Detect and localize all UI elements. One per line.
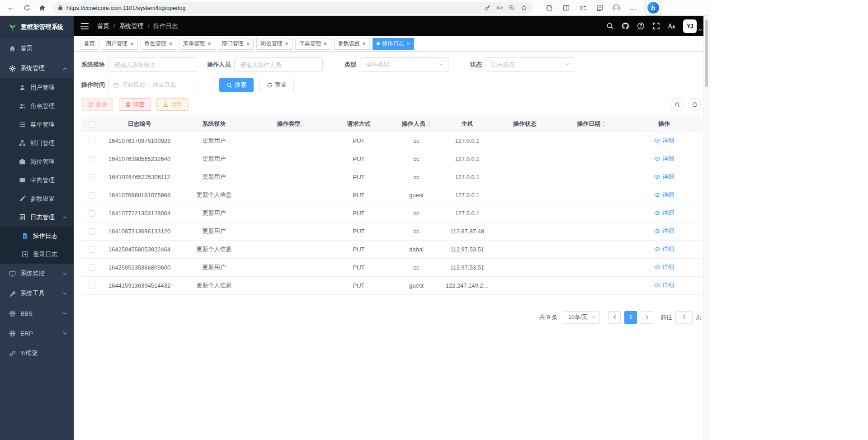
clear-button[interactable]: 清空 [119,98,151,111]
favorite-star-icon[interactable] [518,3,530,13]
question-icon[interactable] [637,22,645,30]
status-select[interactable]: 日志状态 [486,57,574,72]
column-header-4[interactable]: 操作人员 [392,116,441,132]
detail-link[interactable]: 详细 [654,245,674,253]
column-header-7[interactable]: 操作日期 [557,116,627,132]
select-all-checkbox[interactable] [89,121,95,128]
breadcrumb-system[interactable]: 系统管理 [119,22,144,30]
user-avatar[interactable]: YJ [683,19,703,33]
sidebar-item-0[interactable]: 首页 [0,38,74,58]
delete-button[interactable]: 删除 [81,98,113,111]
profile-avatar-icon[interactable] [609,1,623,14]
page-scrollbar[interactable] [703,16,709,440]
sidebar-item-6[interactable]: 岗位管理 [0,152,74,171]
detail-link[interactable]: 详细 [654,227,674,235]
close-icon[interactable]: × [208,41,211,47]
row-checkbox[interactable] [89,192,95,199]
tab-7[interactable]: 参数设置× [334,38,370,50]
prev-page-button[interactable] [608,311,621,324]
sidebar-item-12[interactable]: 系统监控 [0,264,74,284]
sort-caret-icon[interactable] [427,121,431,127]
row-checkbox[interactable] [89,156,95,162]
back-button[interactable]: ← [4,1,19,14]
fullscreen-icon[interactable] [652,22,660,30]
row-checkbox[interactable] [89,283,95,289]
detail-link[interactable]: 详细 [654,281,674,289]
refresh-table-icon[interactable] [688,98,701,111]
tab-6[interactable]: 字典管理× [295,38,331,50]
home-button[interactable] [34,1,50,14]
operator-input[interactable] [234,57,323,72]
page-size-select[interactable]: 10条/页 [564,311,600,324]
detail-link[interactable]: 详细 [654,263,674,271]
row-checkbox[interactable] [89,265,95,271]
sidebar-item-15[interactable]: ERP [0,323,74,343]
hamburger-icon[interactable] [81,22,90,30]
sidebar-item-9[interactable]: 日志管理 [0,208,74,227]
refresh-button[interactable] [19,1,34,14]
row-checkbox[interactable] [89,210,95,217]
sidebar-item-14[interactable]: BBS [0,303,74,323]
module-input[interactable] [108,57,197,72]
zoom-icon[interactable] [505,3,518,13]
bing-button[interactable]: b [646,0,660,15]
address-bar[interactable]: https://ccnetcore.com:1101/system/log/op… [52,2,533,14]
type-select[interactable]: 操作类型 [360,57,448,72]
settings-ellipsis-icon[interactable]: … [626,1,640,14]
row-checkbox[interactable] [89,228,95,235]
close-icon[interactable]: × [363,41,366,47]
search-button[interactable]: 搜索 [219,78,254,92]
search-icon[interactable] [606,22,614,30]
tab-8[interactable]: 操作日志× [373,38,414,50]
close-icon[interactable]: × [130,41,134,47]
next-page-button[interactable] [641,311,653,324]
toggle-search-icon[interactable] [671,98,684,111]
sidebar-item-10[interactable]: 操作日志 [0,227,74,245]
sidebar-item-1[interactable]: 系统管理 [0,58,74,78]
close-icon[interactable]: × [324,41,327,47]
tab-1[interactable]: 用户管理× [102,38,138,50]
sidebar-item-16[interactable]: Yi框架 [0,343,74,363]
page-number-button[interactable]: 1 [624,311,637,324]
sidebar-item-7[interactable]: 字典管理 [0,171,74,189]
extensions-icon[interactable] [542,1,556,14]
sidebar-item-2[interactable]: 用户管理 [0,78,74,97]
reset-button[interactable]: 重置 [259,78,294,92]
tab-4[interactable]: 部门管理× [218,38,254,50]
detail-link[interactable]: 详细 [654,173,674,181]
breadcrumb-home[interactable]: 首页 [97,22,109,30]
tab-2[interactable]: 角色管理× [141,38,177,50]
tab-3[interactable]: 菜单管理× [179,38,215,50]
github-icon[interactable] [622,22,629,30]
read-aloud-icon[interactable] [493,3,505,13]
detail-link[interactable]: 详细 [654,191,674,199]
sidebar-item-8[interactable]: 参数设置 [0,189,74,208]
sidebar-item-5[interactable]: 部门管理 [0,134,74,152]
close-icon[interactable]: × [169,41,173,47]
sort-caret-icon[interactable] [602,121,606,127]
favorites-bar-icon[interactable] [576,1,590,14]
tab-5[interactable]: 岗位管理× [256,38,292,50]
close-icon[interactable]: × [406,41,410,47]
sidebar-item-13[interactable]: 系统工具 [0,284,74,303]
detail-link[interactable]: 详细 [654,209,674,217]
scrollbar-thumb[interactable] [705,19,708,87]
split-screen-icon[interactable] [559,1,573,14]
tab-0[interactable]: 首页 [80,38,99,50]
detail-link[interactable]: 详细 [654,137,674,145]
row-checkbox[interactable] [89,246,95,253]
close-icon[interactable]: × [246,41,250,47]
collections-icon[interactable] [593,1,606,14]
font-size-icon[interactable] [668,22,675,30]
row-checkbox[interactable] [89,174,95,180]
sidebar-item-11[interactable]: 登录日志 [0,245,74,264]
close-icon[interactable]: × [285,41,288,47]
export-button[interactable]: 导出 [156,98,189,111]
password-key-icon[interactable] [481,3,493,13]
date-range-input[interactable]: 开始日期 - 结束日期 [108,78,197,92]
detail-link[interactable]: 详细 [654,155,674,163]
goto-page-input[interactable] [675,311,693,324]
row-checkbox[interactable] [89,138,95,144]
sidebar-item-3[interactable]: 角色管理 [0,97,74,115]
app-logo[interactable]: 意框架管理系统 [0,16,74,38]
